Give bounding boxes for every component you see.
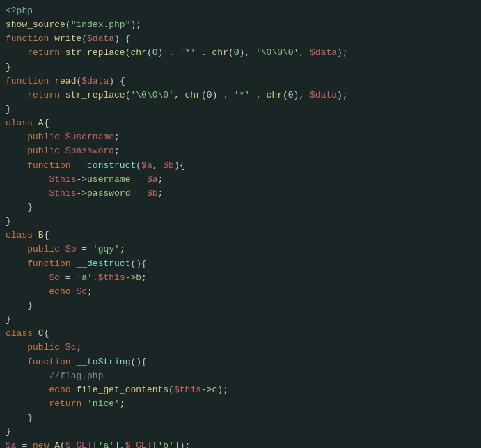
line-21: public $b = 'gqy';	[6, 242, 475, 256]
line-31: //flag.php	[6, 369, 475, 383]
line-5: }	[6, 61, 475, 75]
line-32: echo file_get_contents($this->c);	[6, 383, 475, 397]
line-30: function __toString(){	[6, 355, 475, 369]
line-8: return str_replace('\0\0\0', chr(0) . '*…	[6, 88, 475, 102]
line-29: public $c;	[6, 341, 475, 355]
line-37: $a = new A($_GET['a'],$_GET['b']);	[6, 439, 475, 448]
line-4: return str_replace(chr(0) . '*' . chr(0)…	[6, 46, 475, 60]
line-1: <?php	[6, 4, 475, 18]
code-editor: <?php show_source("index.php"); function…	[0, 0, 481, 448]
line-15: $this->username = $a;	[6, 173, 475, 187]
line-33: return 'nice';	[6, 397, 475, 411]
line-12: public $username;	[6, 130, 475, 144]
line-17: }	[6, 201, 475, 215]
line-18: }	[6, 215, 475, 229]
line-2: show_source("index.php");	[6, 18, 475, 32]
line-23: $c = 'a'.$this->b;	[6, 271, 475, 285]
line-28: class C{	[6, 327, 475, 341]
line-14: function __construct($a, $b){	[6, 159, 475, 173]
line-35: }	[6, 425, 475, 439]
line-25: }	[6, 299, 475, 313]
line-16: $this->password = $b;	[6, 187, 475, 201]
line-9: }	[6, 102, 475, 116]
line-11: class A{	[6, 116, 475, 130]
line-20: class B{	[6, 229, 475, 242]
line-22: function __destruct(){	[6, 257, 475, 271]
line-13: public $password;	[6, 144, 475, 158]
line-34: }	[6, 411, 475, 425]
line-26: }	[6, 313, 475, 327]
line-7: function read($data) {	[6, 75, 475, 88]
line-24: echo $c;	[6, 285, 475, 299]
line-3: function write($data) {	[6, 32, 475, 46]
